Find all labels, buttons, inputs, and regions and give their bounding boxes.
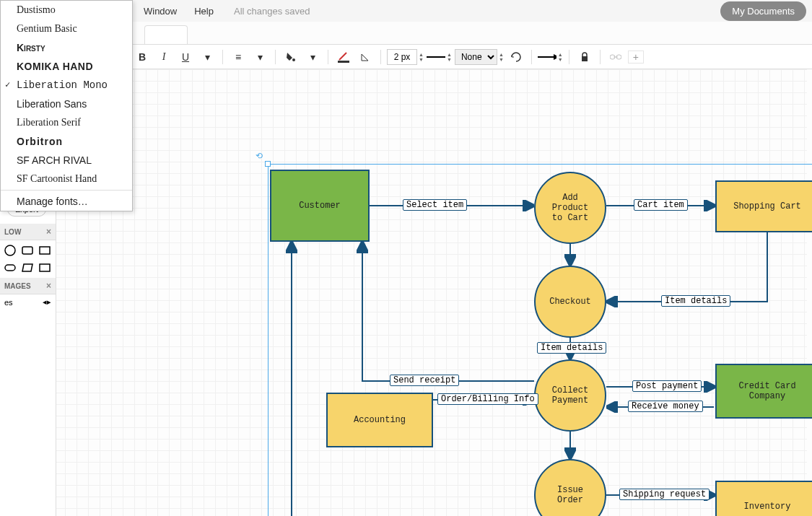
edge-label-cart-item[interactable]: Cart item [634,199,688,211]
canvas-viewport[interactable]: ⟲ Cu [56,69,812,516]
fill-color-button[interactable] [281,48,300,66]
stroke-color-button[interactable] [334,48,353,66]
node-add-product[interactable]: Add Product to Cart [534,172,606,244]
font-option-kirsty[interactable]: Kirsty [1,38,132,57]
dash-select[interactable]: None [455,49,497,65]
font-option-gentium[interactable]: Gentium Basic [1,19,132,38]
lock-button[interactable] [575,48,594,66]
node-customer[interactable]: Customer [270,170,370,242]
italic-button[interactable]: I [154,48,173,66]
canvas[interactable]: ⟲ Cu [56,69,807,516]
stroke-angle-button[interactable] [356,48,375,66]
font-option-liberation-sans[interactable]: Liberation Sans [1,95,132,113]
svg-rect-20 [40,264,50,271]
menu-window[interactable]: Window [135,3,185,19]
arrow-stepper[interactable]: ▲▼ [558,52,563,62]
node-shopping-cart[interactable]: Shopping Cart [715,180,812,232]
line-style-button[interactable] [427,48,445,66]
svg-rect-19 [5,265,15,271]
edge-label-order-billing[interactable]: Order/Billing Info [437,393,538,405]
font-option-sf-cartoonist[interactable]: SF Cartoonist Hand [1,170,132,188]
edge-label-post-payment[interactable]: Post payment [632,380,702,392]
font-color-dropdown[interactable]: ▾ [198,48,217,66]
font-option-komika[interactable]: KOMIKA HAND [1,57,132,76]
edge-label-item-details-2[interactable]: Item details [537,342,606,354]
stroke-width-input[interactable] [387,49,417,65]
rotate-handle-icon[interactable]: ⟲ [256,151,266,161]
node-collect-payment[interactable]: Collect Payment [534,359,606,432]
panel-header-flow: LOW× [0,224,56,240]
svg-rect-1 [338,61,349,63]
save-status: All changes saved [234,6,310,17]
panel-header-images: MAGES× [0,278,56,294]
svg-point-0 [292,58,295,61]
svg-rect-17 [22,247,32,254]
font-option-sf-arch[interactable]: SF ARCH RIVAL [1,151,132,170]
dash-stepper[interactable]: ▲▼ [499,52,504,62]
bold-button[interactable]: B [133,48,152,66]
align-button[interactable]: ≡ [229,48,248,66]
font-option-dustismo[interactable]: Dustismo [1,1,132,19]
font-option-orbitron[interactable]: Orbitron [1,132,132,151]
arrow-style-button[interactable] [538,48,556,66]
link-button[interactable] [606,48,625,66]
flow-palette [0,240,56,278]
close-icon[interactable]: × [46,281,51,291]
stroke-width-stepper[interactable]: ▲▼ [419,52,424,62]
shape-circle[interactable] [3,243,17,258]
close-icon[interactable]: × [46,227,51,237]
edge-label-shipping-request[interactable]: Shipping request [619,489,710,500]
svg-rect-18 [40,247,50,254]
font-family-menu: Dustismo Gentium Basic Kirsty KOMIKA HAN… [0,0,133,211]
node-checkout[interactable]: Checkout [534,266,606,338]
document-tab[interactable] [144,25,188,44]
shape-rect3[interactable] [38,261,52,275]
align-dropdown[interactable]: ▾ [250,48,269,66]
menu-help[interactable]: Help [185,3,222,19]
edge-label-select-item[interactable]: Select item [403,199,467,211]
edge-label-send-receipt[interactable]: Send receipt [390,375,459,386]
font-option-liberation-mono[interactable]: Liberation Mono [1,76,132,95]
underline-button[interactable]: U [176,48,195,66]
my-documents-button[interactable]: My Documents [720,1,806,21]
add-button[interactable]: + [628,51,644,64]
line-style-stepper[interactable]: ▲▼ [447,52,452,62]
svg-point-16 [5,245,15,255]
node-inventory[interactable]: Inventory [715,481,812,516]
manage-fonts[interactable]: Manage fonts… [1,192,132,211]
font-option-liberation-serif[interactable]: Liberation Serif [1,113,132,132]
shape-parallelogram[interactable] [20,261,35,275]
shape-rect2[interactable] [38,243,52,258]
selection-handle-nw[interactable] [265,161,271,167]
svg-rect-3 [582,56,588,61]
edge-label-receive-money[interactable]: Receive money [628,401,703,412]
node-credit-card-company[interactable]: Credit Card Company [715,364,812,419]
shape-stadium[interactable] [3,261,17,275]
edge-label-item-details-1[interactable]: Item details [661,295,730,307]
images-row[interactable]: es◂▸ [0,294,56,310]
fill-dropdown[interactable]: ▾ [303,48,322,66]
reconnect-button[interactable] [507,48,525,66]
node-accounting[interactable]: Accounting [326,393,433,447]
shape-rounded[interactable] [20,243,35,258]
